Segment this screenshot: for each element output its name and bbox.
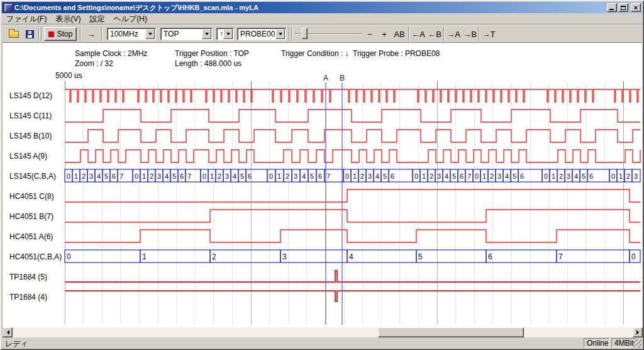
- trace-ls145-c: [65, 110, 640, 122]
- svg-text:0: 0: [611, 172, 615, 180]
- stop-label: Stop: [57, 30, 73, 38]
- maximize-icon: [621, 6, 626, 10]
- svg-text:2: 2: [360, 172, 364, 180]
- svg-text:7: 7: [187, 172, 191, 180]
- trace-ls145-a: [65, 150, 640, 162]
- svg-text:6: 6: [488, 252, 492, 261]
- cursors[interactable]: AB: [323, 74, 345, 325]
- trace-ls145-d: [65, 89, 640, 102]
- status-online-pane: Online: [584, 338, 609, 347]
- status-ready-text: レディ: [5, 339, 28, 349]
- svg-text:6: 6: [248, 172, 252, 180]
- svg-text:1: 1: [142, 252, 147, 261]
- set-cursor-b-button[interactable]: →B: [462, 27, 477, 41]
- horizontal-scrollbar[interactable]: [3, 327, 643, 337]
- zoom-out-button[interactable]: −: [364, 27, 376, 41]
- stop-button[interactable]: Stop: [44, 27, 77, 41]
- svg-text:3: 3: [225, 172, 229, 180]
- trace-ls145-b: [65, 130, 640, 142]
- maximize-button[interactable]: [618, 3, 628, 12]
- trigger-probe-value: PROBE00: [238, 30, 275, 38]
- bus-values-ls145: 0123456701234567012345601234567012345601…: [65, 169, 640, 182]
- combo-dropdown-button[interactable]: [275, 29, 285, 39]
- svg-text:4: 4: [445, 172, 448, 180]
- trace-tp1684-5: [65, 271, 640, 282]
- svg-text:4: 4: [375, 172, 379, 180]
- svg-text:0: 0: [67, 172, 70, 180]
- waveform-plot[interactable]: AB01234567012345670123456012345670123456…: [3, 43, 643, 327]
- bus-values-hc4051: 012345670: [65, 250, 640, 262]
- combo-dropdown-button[interactable]: [223, 29, 233, 39]
- cursor-b-label: B: [340, 74, 345, 82]
- zoom-slider[interactable]: [295, 27, 362, 41]
- minimize-button[interactable]: [607, 3, 617, 12]
- scrollbar-thumb[interactable]: [378, 327, 524, 337]
- trigger-edge-value: ↑: [217, 30, 223, 38]
- svg-text:2: 2: [212, 252, 216, 261]
- trigger-probe-combo[interactable]: PROBE00: [237, 28, 286, 40]
- svg-text:4: 4: [505, 172, 509, 180]
- open-file-button[interactable]: [7, 27, 21, 41]
- svg-text:5: 5: [582, 172, 586, 180]
- toolbar-separator: [101, 27, 103, 41]
- svg-text:0: 0: [67, 252, 71, 261]
- svg-text:4: 4: [165, 172, 169, 180]
- zoom-in-button[interactable]: +: [378, 27, 391, 41]
- trigger-position-combo[interactable]: TOP: [160, 28, 213, 40]
- svg-text:2: 2: [559, 172, 563, 180]
- zoom-ab-button[interactable]: AB: [392, 27, 407, 41]
- cursor-a-label: A: [323, 74, 328, 82]
- svg-text:6: 6: [589, 172, 593, 180]
- svg-text:2: 2: [150, 172, 153, 180]
- svg-text:0: 0: [269, 172, 273, 180]
- menu-bar: ファイル(F) 表示(V) 設定 ヘルプ(H): [2, 13, 642, 25]
- svg-text:2: 2: [218, 172, 221, 180]
- scroll-right-button[interactable]: [633, 327, 643, 337]
- svg-text:1: 1: [353, 172, 357, 180]
- toolbar-separator: [443, 27, 445, 41]
- svg-text:3: 3: [634, 172, 638, 180]
- svg-text:0: 0: [475, 172, 479, 180]
- status-bar: レディ Online 4MBit: [2, 338, 642, 348]
- arrow-left-icon: [4, 330, 9, 335]
- svg-text:3: 3: [89, 172, 93, 180]
- goto-trigger-button[interactable]: →T: [481, 27, 496, 41]
- sample-clock-combo[interactable]: 100MHz: [107, 28, 156, 40]
- combo-dropdown-button[interactable]: [145, 29, 155, 39]
- svg-text:4: 4: [349, 252, 353, 261]
- toolbar-separator: [80, 27, 81, 41]
- svg-text:6: 6: [112, 172, 116, 180]
- combo-dropdown-button[interactable]: [202, 29, 211, 39]
- svg-text:7: 7: [467, 172, 471, 180]
- svg-text:7: 7: [558, 252, 563, 261]
- svg-text:2: 2: [286, 172, 289, 180]
- svg-text:5: 5: [240, 172, 244, 180]
- run-button[interactable]: →: [83, 27, 99, 41]
- goto-cursor-a-button[interactable]: ←A: [411, 27, 426, 41]
- svg-text:5: 5: [383, 172, 387, 180]
- trigger-edge-combo[interactable]: ↑: [216, 28, 234, 40]
- status-memory-pane: 4MBit: [611, 338, 636, 347]
- close-button[interactable]: ×: [631, 3, 641, 12]
- close-icon: ×: [634, 4, 638, 11]
- svg-text:6: 6: [391, 172, 394, 180]
- svg-text:6: 6: [520, 172, 524, 180]
- scroll-left-button[interactable]: [3, 327, 13, 337]
- stop-icon: [48, 31, 54, 37]
- svg-text:1: 1: [74, 172, 78, 180]
- svg-text:3: 3: [567, 172, 570, 180]
- save-file-button[interactable]: [23, 27, 36, 41]
- slider-thumb[interactable]: [302, 28, 308, 39]
- open-folder-icon: [9, 31, 19, 38]
- resize-grip[interactable]: [633, 339, 641, 347]
- svg-text:1: 1: [142, 172, 146, 180]
- goto-cursor-b-button[interactable]: ←B: [427, 27, 442, 41]
- waveforms: [65, 89, 640, 302]
- svg-text:1: 1: [210, 172, 214, 180]
- svg-text:5: 5: [452, 172, 456, 180]
- save-floppy-icon: [26, 30, 34, 38]
- grid: [65, 81, 623, 325]
- svg-text:2: 2: [490, 172, 494, 180]
- set-cursor-a-button[interactable]: →A: [446, 27, 461, 41]
- svg-text:2: 2: [430, 172, 433, 180]
